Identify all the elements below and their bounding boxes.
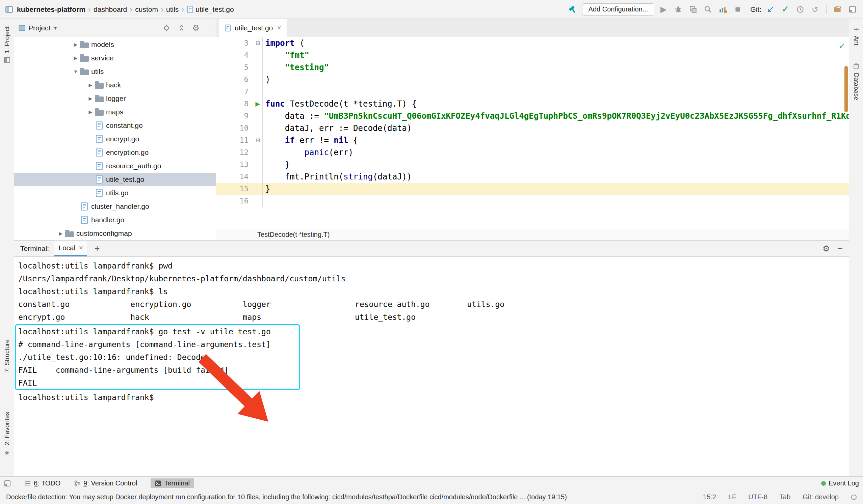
caret-position[interactable]: 15:2 [703, 493, 716, 501]
run-button[interactable]: ▶ [658, 4, 669, 15]
tree-item-maps[interactable]: ▶maps [14, 105, 216, 119]
minimize-terminal-icon[interactable]: − [837, 243, 843, 254]
new-terminal-icon[interactable]: + [95, 243, 100, 254]
fold-icon[interactable]: ⊟ [253, 37, 263, 49]
line-number: 5 [216, 61, 253, 74]
code-text[interactable]: "testing" [263, 61, 849, 74]
fold-icon[interactable]: ⊟ [253, 134, 263, 146]
close-tab-icon[interactable]: × [277, 24, 281, 33]
tree-item-constant-go[interactable]: constant.go [14, 119, 216, 132]
locate-file-icon[interactable] [162, 24, 171, 32]
git-history-icon[interactable] [795, 4, 806, 15]
breadcrumb-item[interactable]: utils [166, 5, 179, 13]
terminal-settings-gear-icon[interactable]: ⚙ [823, 244, 830, 253]
chevron-right-icon[interactable]: ▶ [86, 82, 95, 88]
terminal-header: Terminal: Local × + ⚙ − [14, 241, 849, 257]
debug-button[interactable] [673, 4, 684, 15]
code-text[interactable] [263, 86, 849, 98]
code-text[interactable]: data := "UmB3Pn5knCscuHT_Q06omGIxKFOZEy4… [263, 110, 849, 122]
upper-area: Project ▼ ⚙ − ▶mode [14, 19, 849, 240]
code-text[interactable]: ) [263, 74, 849, 86]
stop-button[interactable] [732, 4, 743, 15]
version-control-tool-button[interactable]: 9: Version Control [74, 479, 137, 487]
git-commit-icon[interactable]: ✓ [779, 4, 791, 15]
code-text[interactable]: } [263, 183, 849, 195]
close-terminal-tab-icon[interactable]: × [79, 244, 83, 252]
tree-item-customconfigmap[interactable]: ▶customconfigmap [14, 227, 216, 240]
run-test-icon[interactable]: ▶ [253, 98, 263, 110]
stripe-button-favorites[interactable]: 2: Favorites ★ [0, 412, 14, 457]
chevron-right-icon[interactable]: ▶ [72, 55, 80, 61]
profiler-icon[interactable] [717, 4, 729, 15]
file-encoding-indicator[interactable]: UTF-8 [748, 493, 767, 501]
recent-projects-icon[interactable] [832, 4, 843, 15]
git-update-icon[interactable]: ↙ [765, 4, 776, 15]
stripe-button-structure[interactable]: 7: Structure [0, 339, 14, 372]
stripe-button-ant[interactable]: Ant [849, 26, 863, 46]
code-text[interactable]: panic(err) [263, 146, 849, 158]
breadcrumb-separator: › [159, 5, 165, 14]
breadcrumb-item[interactable]: utile_test.go [187, 5, 234, 13]
coverage-button[interactable] [687, 4, 699, 15]
gear-icon[interactable]: ⚙ [192, 23, 200, 33]
terminal-tool-button[interactable]: Terminal [151, 478, 194, 488]
tool-window-switcher-icon[interactable] [4, 480, 11, 487]
git-branch-indicator[interactable]: Git: develop [803, 493, 839, 501]
code-text[interactable]: dataJ, err := Decode(data) [263, 122, 849, 134]
build-hammer-icon[interactable] [567, 4, 579, 15]
editor-scrollbar-thumb[interactable] [845, 66, 848, 112]
editor-tab[interactable]: utile_test.go × [219, 19, 287, 37]
breadcrumb-item[interactable]: custom [135, 5, 158, 13]
terminal-icon [155, 480, 161, 487]
todo-tool-button[interactable]: 6: TODO [24, 479, 60, 487]
context-breadcrumb[interactable]: TestDecode(t *testing.T) [257, 231, 330, 238]
stripe-button-project[interactable]: 1: Project [0, 26, 14, 63]
chevron-right-icon[interactable]: ▶ [72, 42, 80, 47]
code-editor[interactable]: 3⊟import (4 "fmt"5 "testing"6)78▶func Te… [216, 37, 849, 229]
terminal-body[interactable]: localhost:utils lampardfrank$ pwd/Users/… [14, 257, 849, 476]
code-text[interactable]: import ( [263, 37, 849, 49]
event-log-button[interactable]: Event Log [821, 479, 859, 487]
terminal-tab-local[interactable]: Local × [54, 241, 87, 256]
breadcrumb-item[interactable]: dashboard [93, 5, 127, 13]
code-text[interactable]: if err != nil { [263, 134, 849, 146]
add-configuration-button[interactable]: Add Configuration... [582, 3, 655, 15]
chevron-right-icon[interactable]: ▶ [57, 231, 65, 236]
code-text[interactable]: func TestDecode(t *testing.T) { [263, 98, 849, 110]
code-text[interactable] [263, 195, 849, 207]
project-panel-title[interactable]: Project [28, 24, 50, 32]
tree-item-service[interactable]: ▶service [14, 51, 216, 65]
tree-item-utils[interactable]: ▼utils [14, 65, 216, 78]
indent-style-indicator[interactable]: Tab [779, 493, 790, 501]
breadcrumb-item[interactable]: kubernetes-platform [17, 5, 85, 13]
tree-item-handler-go[interactable]: handler.go [14, 213, 216, 227]
tree-item-encrypt-go[interactable]: encrypt.go [14, 132, 216, 146]
status-message[interactable]: Dockerfile detection: You may setup Dock… [6, 493, 691, 501]
inspections-ok-icon[interactable]: ✓ [839, 40, 845, 52]
inspections-profile-icon[interactable] [851, 494, 857, 500]
tree-item-utile-test-go[interactable]: utile_test.go [14, 173, 216, 186]
chevron-down-icon[interactable]: ▼ [72, 69, 80, 74]
chevron-right-icon[interactable]: ▶ [86, 109, 95, 115]
collapse-all-icon[interactable] [177, 24, 185, 32]
tree-item-cluster-handler-go[interactable]: cluster_handler.go [14, 200, 216, 213]
tree-item-models[interactable]: ▶models [14, 38, 216, 51]
tree-item-encryption-go[interactable]: encryption.go [14, 146, 216, 159]
chevron-down-icon[interactable]: ▼ [53, 25, 58, 31]
code-text[interactable]: } [263, 158, 849, 171]
tree-item-logger[interactable]: ▶logger [14, 92, 216, 105]
tree-item-hack[interactable]: ▶hack [14, 78, 216, 92]
code-text[interactable]: fmt.Println(string(dataJ)) [263, 171, 849, 183]
left-tool-stripe: 1: Project 7: Structure 2: Favorites ★ [0, 19, 14, 476]
tree-item-utils-go[interactable]: utils.go [14, 186, 216, 200]
git-rollback-icon[interactable]: ↺ [809, 4, 821, 15]
stripe-button-database[interactable]: Database [849, 63, 863, 100]
code-text[interactable]: "fmt" [263, 49, 849, 61]
tree-item-resource-auth-go[interactable]: resource_auth.go [14, 159, 216, 173]
tool-windows-icon[interactable] [847, 4, 858, 15]
search-everywhere-icon[interactable] [702, 4, 714, 15]
line-separator-indicator[interactable]: LF [728, 493, 736, 501]
chevron-right-icon[interactable]: ▶ [86, 96, 95, 101]
line-number: 10 [216, 122, 253, 134]
hide-panel-icon[interactable]: − [206, 23, 212, 34]
